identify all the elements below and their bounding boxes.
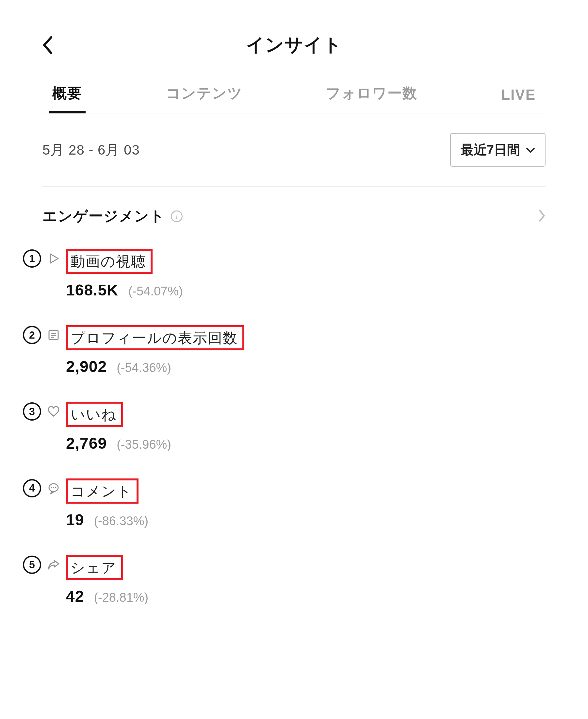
svg-marker-0 bbox=[50, 254, 58, 263]
heart-icon bbox=[46, 404, 61, 419]
metric-profile-views[interactable]: 2 プロフィールの表示回数 2,902 (-54.36%) bbox=[23, 325, 546, 375]
metric-label: シェア bbox=[66, 555, 123, 580]
metric-comments[interactable]: 4 コメント 19 (-86.33%) bbox=[23, 478, 546, 529]
rank-badge: 3 bbox=[23, 402, 41, 420]
rank-badge: 2 bbox=[23, 326, 41, 344]
metric-delta: (-86.33%) bbox=[94, 514, 148, 528]
chevron-right-icon bbox=[538, 209, 546, 224]
metric-delta: (-35.96%) bbox=[117, 438, 171, 452]
rank-badge: 5 bbox=[23, 556, 41, 574]
svg-point-6 bbox=[53, 487, 54, 488]
section-title: エンゲージメント bbox=[42, 207, 165, 226]
metric-video-views[interactable]: 1 動画の視聴 168.5K (-54.07%) bbox=[23, 249, 546, 299]
metric-value: 2,769 bbox=[66, 434, 107, 452]
svg-point-5 bbox=[51, 487, 52, 488]
rank-badge: 1 bbox=[23, 249, 41, 268]
info-icon[interactable]: i bbox=[171, 210, 183, 222]
metric-label: いいね bbox=[66, 402, 123, 427]
page-title: インサイト bbox=[42, 33, 546, 58]
tabs: 概要 コンテンツ フォロワー数 LIVE bbox=[42, 77, 546, 114]
share-icon bbox=[46, 558, 61, 572]
rank-badge: 4 bbox=[23, 479, 41, 497]
metric-value: 42 bbox=[66, 587, 84, 605]
tab-live[interactable]: LIVE bbox=[498, 80, 539, 113]
metric-value: 19 bbox=[66, 511, 84, 529]
metric-delta: (-28.81%) bbox=[94, 591, 148, 604]
tab-followers[interactable]: フォロワー数 bbox=[323, 77, 421, 113]
tab-overview[interactable]: 概要 bbox=[49, 77, 86, 113]
date-range-select[interactable]: 最近7日間 bbox=[450, 133, 546, 167]
metric-value: 168.5K bbox=[66, 281, 119, 299]
metric-label: プロフィールの表示回数 bbox=[66, 325, 244, 350]
chevron-down-icon bbox=[526, 147, 535, 153]
filter-row: 5月 28 - 6月 03 最近7日間 bbox=[42, 114, 546, 187]
metric-label: コメント bbox=[66, 478, 139, 504]
header: インサイト bbox=[42, 20, 546, 70]
engagement-section-header[interactable]: エンゲージメント i bbox=[42, 187, 546, 229]
metric-shares[interactable]: 5 シェア 42 (-28.81%) bbox=[23, 555, 546, 605]
profile-icon bbox=[46, 328, 61, 342]
tab-content[interactable]: コンテンツ bbox=[163, 77, 246, 113]
play-icon bbox=[46, 251, 61, 266]
metric-delta: (-54.36%) bbox=[117, 361, 171, 375]
metric-delta: (-54.07%) bbox=[128, 284, 183, 299]
metric-likes[interactable]: 3 いいね 2,769 (-35.96%) bbox=[23, 402, 546, 452]
metric-label: 動画の視聴 bbox=[66, 249, 152, 274]
date-range-label: 5月 28 - 6月 03 bbox=[42, 141, 140, 159]
date-range-selected: 最近7日間 bbox=[461, 141, 520, 159]
metric-value: 2,902 bbox=[66, 357, 107, 375]
comment-icon bbox=[46, 481, 61, 495]
svg-point-7 bbox=[55, 487, 56, 488]
metrics-list: 1 動画の視聴 168.5K (-54.07%) 2 bbox=[23, 249, 546, 605]
